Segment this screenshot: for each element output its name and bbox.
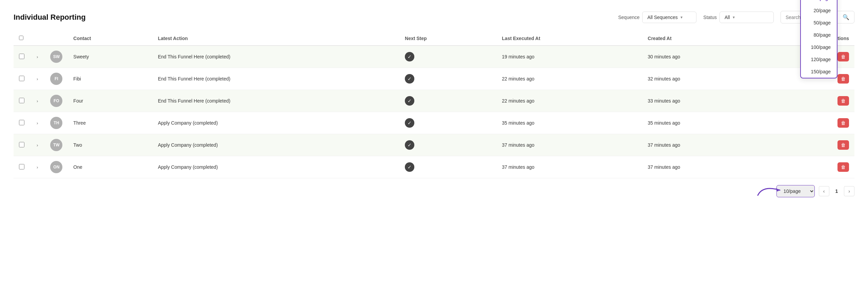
row-avatar-cell: TH [45, 112, 68, 134]
search-icon: 🔍 [843, 14, 849, 20]
table-container: Contact Latest Action Next Step Last Exe… [14, 32, 854, 197]
row-created-at: 37 minutes ago [642, 134, 771, 156]
page-header: Individual Reporting Sequence All Sequen… [14, 11, 854, 23]
expand-button[interactable]: › [35, 164, 39, 170]
status-select[interactable]: All ▾ [719, 12, 774, 23]
sequence-select[interactable]: All Sequences ▾ [642, 12, 696, 23]
row-last-executed: 37 minutes ago [496, 156, 642, 178]
select-all-checkbox[interactable] [19, 36, 23, 40]
sequence-label: Sequence [618, 15, 639, 20]
delete-button[interactable]: 🗑 [837, 140, 849, 150]
row-created-at: 37 minutes ago [642, 156, 771, 178]
row-actions-cell: 🗑 [771, 156, 854, 178]
row-avatar-cell: FO [45, 90, 68, 112]
row-contact: Three [68, 112, 152, 134]
header-expand-col [30, 32, 45, 46]
row-checkbox[interactable] [19, 142, 24, 147]
table-row: › ON One Apply Company (completed) ✓ 37 … [14, 156, 854, 178]
row-checkbox-cell [14, 112, 30, 134]
delete-button[interactable]: 🗑 [837, 118, 849, 128]
status-chevron-icon: ▾ [733, 15, 735, 20]
dropdown-option[interactable]: 120/page [801, 53, 837, 66]
row-last-executed: 22 minutes ago [496, 90, 642, 112]
sequence-value: All Sequences [647, 15, 678, 20]
row-avatar-cell: ON [45, 156, 68, 178]
dropdown-option[interactable]: 10/page [801, 0, 837, 4]
row-checkbox[interactable] [19, 54, 24, 59]
next-step-checkmark-icon: ✓ [405, 74, 414, 84]
per-page-dropdown: 10/page 20/page 50/page 80/page 100/page… [800, 0, 837, 78]
row-actions-cell: 🗑 10/page 20/page 50/page 80/page 100/pa… [771, 46, 854, 68]
dropdown-option[interactable]: 20/page [801, 4, 837, 17]
row-expand-cell: › [30, 112, 45, 134]
expand-button[interactable]: › [35, 98, 39, 104]
row-checkbox-cell [14, 156, 30, 178]
prev-page-button[interactable]: ‹ [819, 186, 829, 196]
dropdown-option[interactable]: 80/page [801, 29, 837, 41]
row-next-step: ✓ [399, 68, 496, 90]
row-next-step: ✓ [399, 90, 496, 112]
row-avatar-cell: TW [45, 134, 68, 156]
row-latest-action: Apply Company (completed) [153, 134, 399, 156]
status-value: All [725, 15, 730, 20]
dropdown-option[interactable]: 150/page [801, 66, 837, 78]
header-avatar-col [45, 32, 68, 46]
expand-button[interactable]: › [35, 120, 39, 126]
dropdown-option[interactable]: 50/page [801, 17, 837, 29]
page-wrapper: Individual Reporting Sequence All Sequen… [0, 0, 868, 290]
table-footer: 10/page 20/page 50/page 80/page 100/page… [14, 185, 854, 197]
next-step-checkmark-icon: ✓ [405, 162, 414, 172]
row-checkbox[interactable] [19, 120, 24, 125]
delete-button[interactable]: 🗑 [837, 162, 849, 172]
row-latest-action: Apply Company (completed) [153, 156, 399, 178]
next-page-button[interactable]: › [844, 186, 854, 196]
row-actions-cell: 🗑 [771, 90, 854, 112]
row-latest-action: Apply Company (completed) [153, 112, 399, 134]
delete-button[interactable]: 🗑 [837, 52, 849, 61]
row-latest-action: End This Funnel Here (completed) [153, 90, 399, 112]
row-contact: Two [68, 134, 152, 156]
row-latest-action: End This Funnel Here (completed) [153, 46, 399, 68]
row-expand-cell: › [30, 156, 45, 178]
avatar: ON [50, 161, 62, 173]
avatar: TH [50, 117, 62, 129]
row-next-step: ✓ [399, 156, 496, 178]
row-checkbox[interactable] [19, 76, 24, 81]
row-latest-action: End This Funnel Here (completed) [153, 68, 399, 90]
row-last-executed: 37 minutes ago [496, 134, 642, 156]
current-page: 1 [831, 186, 842, 196]
expand-button[interactable]: › [35, 142, 39, 148]
row-last-executed: 35 minutes ago [496, 112, 642, 134]
header-latest-action: Latest Action [153, 32, 399, 46]
row-checkbox[interactable] [19, 164, 24, 169]
row-expand-cell: › [30, 90, 45, 112]
row-created-at: 33 minutes ago [642, 90, 771, 112]
next-step-checkmark-icon: ✓ [405, 96, 414, 106]
row-checkbox[interactable] [19, 98, 24, 103]
table-header-row: Contact Latest Action Next Step Last Exe… [14, 32, 854, 46]
row-created-at: 30 minutes ago [642, 46, 771, 68]
row-contact: Four [68, 90, 152, 112]
avatar: SW [50, 51, 62, 63]
header-checkbox-col [14, 32, 30, 46]
row-checkbox-cell [14, 134, 30, 156]
next-step-checkmark-icon: ✓ [405, 52, 414, 61]
page-title: Individual Reporting [14, 13, 86, 22]
expand-button[interactable]: › [35, 54, 39, 60]
status-filter-group: Status All ▾ [703, 12, 774, 23]
row-contact: Fibi [68, 68, 152, 90]
table-row: › FI Fibi End This Funnel Here (complete… [14, 68, 854, 90]
delete-button[interactable]: 🗑 [837, 96, 849, 106]
header-contact: Contact [68, 32, 152, 46]
dropdown-option[interactable]: 100/page [801, 41, 837, 53]
sequence-chevron-icon: ▾ [680, 15, 683, 20]
row-next-step: ✓ [399, 134, 496, 156]
delete-button[interactable]: 🗑 [837, 74, 849, 84]
row-checkbox-cell [14, 90, 30, 112]
row-checkbox-cell [14, 46, 30, 68]
row-expand-cell: › [30, 68, 45, 90]
expand-button[interactable]: › [35, 76, 39, 82]
arrow-icon [756, 183, 787, 197]
reporting-table: Contact Latest Action Next Step Last Exe… [14, 32, 854, 178]
header-last-executed: Last Executed At [496, 32, 642, 46]
